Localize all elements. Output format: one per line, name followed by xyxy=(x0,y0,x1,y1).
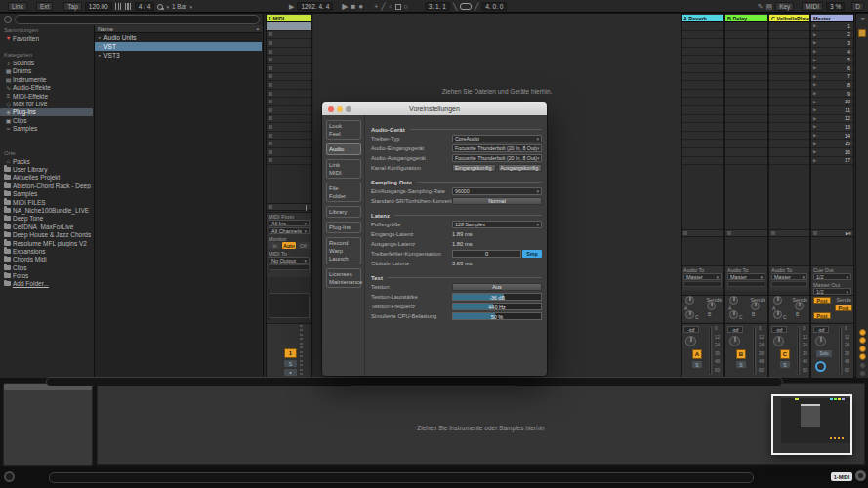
solo-button[interactable]: S xyxy=(692,361,702,368)
browser-search-input[interactable] xyxy=(15,15,260,24)
stop-square[interactable] xyxy=(727,231,731,235)
scene-row-7[interactable]: ▶7 xyxy=(811,73,853,82)
clip-stop-button[interactable] xyxy=(269,58,272,61)
scene-play-icon[interactable]: ▶ xyxy=(813,142,816,146)
session-horizontal-scrollbar[interactable] xyxy=(46,377,783,386)
testton-lautst-rke-slider[interactable]: -36 dB xyxy=(452,293,542,301)
return-slot[interactable] xyxy=(725,123,767,132)
scene-play-icon[interactable]: ▶ xyxy=(813,49,816,54)
track-activator-button[interactable]: A xyxy=(692,349,702,359)
clip-slot[interactable] xyxy=(267,157,311,166)
sidebar-item-sounds[interactable]: ♪Sounds xyxy=(0,59,93,66)
prefs-tab-plug-ins[interactable]: Plug-Ins xyxy=(326,222,361,233)
scene-row-5[interactable]: ▶5 xyxy=(811,56,853,64)
monitor-in-button[interactable]: In xyxy=(269,242,281,249)
monitor-off-button[interactable]: Off xyxy=(297,242,310,249)
return-slot[interactable] xyxy=(725,56,767,64)
volume-display[interactable]: -inf xyxy=(771,326,787,333)
mixer-toggle-3[interactable] xyxy=(859,346,866,352)
return-slot[interactable] xyxy=(682,56,723,64)
clip-stop-button[interactable] xyxy=(269,150,272,154)
prefs-tab-licenses-maintenance[interactable]: LicensesMaintenance xyxy=(326,268,361,288)
session-record-icon[interactable]: ○ xyxy=(404,2,408,11)
list-header[interactable]: Name ▴ xyxy=(95,25,262,33)
scene-row-11[interactable]: ▶11 xyxy=(811,106,853,115)
scene-row-12[interactable]: ▶12 xyxy=(811,115,853,124)
send-c-knob[interactable] xyxy=(729,310,738,319)
testton-button[interactable]: Aus xyxy=(452,283,542,291)
loop-length-field[interactable]: 4. 0. 0 xyxy=(481,2,507,11)
close-window-button[interactable] xyxy=(328,106,334,112)
return-slot[interactable] xyxy=(769,48,809,57)
send-b-knob[interactable] xyxy=(751,302,760,310)
cue-volume-knob[interactable] xyxy=(815,361,826,372)
scene-row-17[interactable]: ▶17 xyxy=(811,157,853,166)
prefs-tab-file-folder[interactable]: FileFolder xyxy=(326,183,361,202)
return-slot[interactable] xyxy=(682,48,723,57)
send-c-knob[interactable] xyxy=(685,310,694,319)
sidebar-item-add-folder[interactable]: Add Folder... xyxy=(0,280,93,288)
follow-button[interactable]: ▶ xyxy=(289,2,294,11)
track-activator-button[interactable]: B xyxy=(736,349,746,359)
device-view[interactable]: Ziehen Sie Instrumente oder Samples hier… xyxy=(97,383,865,465)
sidebar-item-expansions[interactable]: Expansions xyxy=(0,247,93,255)
status-knob[interactable] xyxy=(855,470,866,481)
clip-stop-button[interactable] xyxy=(269,142,272,145)
send-c-knob[interactable] xyxy=(773,310,782,319)
return-slot[interactable] xyxy=(769,56,809,64)
return-slot[interactable] xyxy=(769,140,809,148)
device-horizontal-scrollbar[interactable] xyxy=(49,472,754,483)
return-slot[interactable] xyxy=(769,98,809,106)
pan-knob[interactable] xyxy=(729,336,740,346)
sidebar-item-audio-effekte[interactable]: ∿Audio-Effekte xyxy=(0,84,93,92)
sidebar-item-samples[interactable]: ≈Samples xyxy=(0,125,93,133)
automation-arm-icon[interactable]: ╱ xyxy=(381,2,385,11)
sidebar-item-deep-house-jazz-chords-project[interactable]: Deep House & Jazz Chords Project xyxy=(0,230,93,238)
scene-row-8[interactable]: ▶8 xyxy=(811,81,853,90)
clip-stop-button[interactable] xyxy=(269,134,272,138)
nudge-up-icon[interactable] xyxy=(125,3,132,10)
scene-row-15[interactable]: ▶15 xyxy=(811,140,853,148)
prefs-tab-look-feel[interactable]: LookFeel xyxy=(326,120,361,140)
send-a-post-button[interactable]: Post xyxy=(813,297,831,304)
return-slot[interactable] xyxy=(725,81,767,90)
volume-display[interactable]: -inf xyxy=(727,326,743,333)
device-drop-box[interactable] xyxy=(269,293,310,318)
return-slot[interactable] xyxy=(725,106,767,115)
return-slot[interactable] xyxy=(769,123,809,132)
solo-button[interactable]: S xyxy=(780,361,790,368)
pan-knob[interactable] xyxy=(815,336,826,346)
scene-play-icon[interactable]: ▶ xyxy=(813,133,816,138)
scene-row-9[interactable]: ▶9 xyxy=(811,90,853,99)
loop-button[interactable] xyxy=(460,3,472,10)
track-header-return-b[interactable]: B Delay xyxy=(725,15,767,22)
sidebar-item-favoriten[interactable]: ♥Favoriten xyxy=(0,34,93,42)
metronome-menu-caret[interactable]: ▾ xyxy=(166,4,169,10)
expander-icon[interactable]: ▸ xyxy=(99,44,101,49)
scene-play-icon[interactable]: ▶ xyxy=(813,107,816,112)
return-slot[interactable] xyxy=(725,48,767,57)
sidebar-item-chords-midi[interactable]: Chords Midi xyxy=(0,256,93,264)
midi-channel-select[interactable]: All Channels▾ xyxy=(269,227,310,234)
clip-slot[interactable] xyxy=(267,90,311,99)
nudge-down-icon[interactable] xyxy=(115,3,122,10)
mixer-toggle-6[interactable] xyxy=(859,370,866,377)
return-slot[interactable] xyxy=(769,115,809,124)
prefs-tab-audio[interactable]: Audio xyxy=(326,143,361,155)
mixer-toggle-5[interactable] xyxy=(859,362,866,369)
send-a-knob[interactable] xyxy=(729,296,738,305)
clip-stop-button[interactable] xyxy=(269,92,272,96)
return-slot[interactable] xyxy=(682,140,723,148)
sidebar-item-max-for-live[interactable]: ◇Max for Live xyxy=(0,100,93,107)
return-slot[interactable] xyxy=(682,123,723,132)
return-slot[interactable] xyxy=(725,115,767,124)
return-slot[interactable] xyxy=(682,157,723,166)
draw-selection-icon[interactable] xyxy=(395,4,401,10)
solo-button[interactable]: S xyxy=(284,360,297,367)
metronome-icon[interactable] xyxy=(157,4,163,10)
punch-in-icon[interactable]: ╲ xyxy=(453,2,457,11)
return-slot[interactable] xyxy=(725,64,767,73)
track-header-midi[interactable]: 1 MIDI xyxy=(267,15,311,22)
sidebar-item-midi-files[interactable]: MIDI FILES xyxy=(0,198,93,206)
treiber-typ-select[interactable]: CoreAudio▾ xyxy=(452,135,542,142)
